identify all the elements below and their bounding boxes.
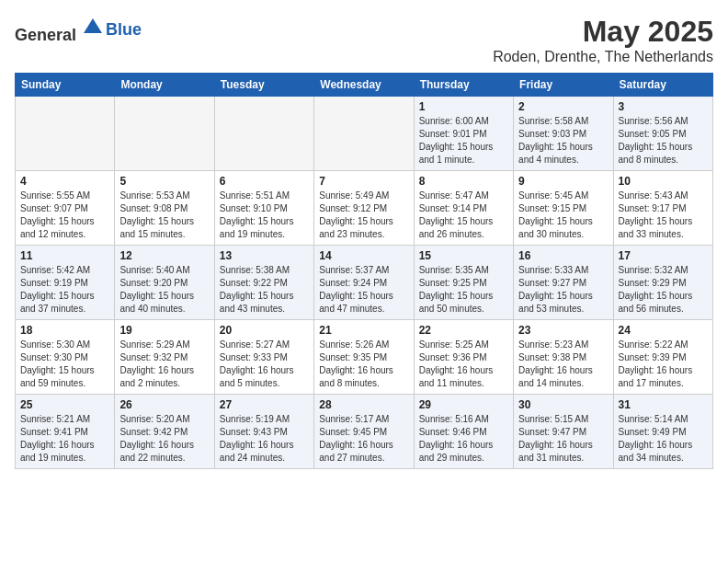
calendar-cell: 25Sunrise: 5:21 AM Sunset: 9:41 PM Dayli… xyxy=(16,395,115,469)
day-info: Sunrise: 5:56 AM Sunset: 9:05 PM Dayligh… xyxy=(619,115,708,167)
calendar-cell: 29Sunrise: 5:16 AM Sunset: 9:46 PM Dayli… xyxy=(414,395,513,469)
day-number: 19 xyxy=(119,324,209,337)
day-info: Sunrise: 5:29 AM Sunset: 9:32 PM Dayligh… xyxy=(119,339,209,390)
weekday-header-monday: Monday xyxy=(115,74,214,97)
calendar-body: 1Sunrise: 6:00 AM Sunset: 9:01 PM Daylig… xyxy=(16,97,713,469)
day-number: 13 xyxy=(220,249,309,262)
day-number: 30 xyxy=(518,398,608,411)
calendar-cell: 14Sunrise: 5:37 AM Sunset: 9:24 PM Dayli… xyxy=(314,246,414,320)
day-number: 2 xyxy=(518,100,608,113)
calendar-cell xyxy=(314,97,414,171)
calendar-cell: 21Sunrise: 5:26 AM Sunset: 9:35 PM Dayli… xyxy=(314,320,414,395)
weekday-header-saturday: Saturday xyxy=(613,74,712,97)
day-info: Sunrise: 5:14 AM Sunset: 9:49 PM Dayligh… xyxy=(619,413,708,465)
calendar-cell xyxy=(115,97,214,171)
calendar-cell: 20Sunrise: 5:27 AM Sunset: 9:33 PM Dayli… xyxy=(214,320,313,395)
day-info: Sunrise: 5:23 AM Sunset: 9:38 PM Dayligh… xyxy=(518,339,608,390)
calendar-cell: 3Sunrise: 5:56 AM Sunset: 9:05 PM Daylig… xyxy=(613,97,712,171)
calendar-cell: 1Sunrise: 6:00 AM Sunset: 9:01 PM Daylig… xyxy=(414,97,513,171)
day-number: 22 xyxy=(419,324,508,337)
logo-general-text: General xyxy=(15,26,76,44)
day-number: 9 xyxy=(518,175,608,188)
calendar-cell: 9Sunrise: 5:45 AM Sunset: 9:15 PM Daylig… xyxy=(514,171,613,246)
day-number: 8 xyxy=(419,175,508,188)
calendar-cell: 8Sunrise: 5:47 AM Sunset: 9:14 PM Daylig… xyxy=(414,171,513,246)
day-number: 20 xyxy=(220,324,309,337)
day-number: 28 xyxy=(319,398,408,411)
day-number: 18 xyxy=(20,324,109,337)
day-info: Sunrise: 5:25 AM Sunset: 9:36 PM Dayligh… xyxy=(419,339,508,390)
calendar-week-2: 4Sunrise: 5:55 AM Sunset: 9:07 PM Daylig… xyxy=(16,171,713,246)
day-number: 26 xyxy=(119,398,209,411)
day-info: Sunrise: 5:32 AM Sunset: 9:29 PM Dayligh… xyxy=(619,264,708,316)
calendar-cell: 11Sunrise: 5:42 AM Sunset: 9:19 PM Dayli… xyxy=(16,246,115,320)
calendar-week-4: 18Sunrise: 5:30 AM Sunset: 9:30 PM Dayli… xyxy=(16,320,713,395)
day-number: 12 xyxy=(119,249,209,262)
day-number: 23 xyxy=(518,324,608,337)
day-info: Sunrise: 5:17 AM Sunset: 9:45 PM Dayligh… xyxy=(319,413,408,465)
day-info: Sunrise: 5:37 AM Sunset: 9:24 PM Dayligh… xyxy=(319,264,408,316)
day-info: Sunrise: 5:15 AM Sunset: 9:47 PM Dayligh… xyxy=(518,413,608,465)
day-number: 31 xyxy=(619,398,708,411)
day-info: Sunrise: 5:33 AM Sunset: 9:27 PM Dayligh… xyxy=(518,264,608,316)
day-info: Sunrise: 5:19 AM Sunset: 9:43 PM Dayligh… xyxy=(220,413,309,465)
day-info: Sunrise: 5:43 AM Sunset: 9:17 PM Dayligh… xyxy=(619,190,708,241)
day-number: 11 xyxy=(20,249,109,262)
page-header: General Blue May 2025 Roden, Drenthe, Th… xyxy=(15,15,713,65)
day-number: 15 xyxy=(419,249,508,262)
day-number: 29 xyxy=(419,398,508,411)
calendar-cell: 13Sunrise: 5:38 AM Sunset: 9:22 PM Dayli… xyxy=(214,246,313,320)
calendar-table: SundayMondayTuesdayWednesdayThursdayFrid… xyxy=(15,73,713,469)
day-info: Sunrise: 5:42 AM Sunset: 9:19 PM Dayligh… xyxy=(20,264,109,316)
day-number: 7 xyxy=(319,175,408,188)
day-info: Sunrise: 5:49 AM Sunset: 9:12 PM Dayligh… xyxy=(319,190,408,241)
day-info: Sunrise: 5:16 AM Sunset: 9:46 PM Dayligh… xyxy=(419,413,508,465)
month-title: May 2025 xyxy=(493,15,713,49)
calendar-cell: 19Sunrise: 5:29 AM Sunset: 9:32 PM Dayli… xyxy=(115,320,214,395)
weekday-header-wednesday: Wednesday xyxy=(314,74,414,97)
day-number: 17 xyxy=(619,249,708,262)
day-info: Sunrise: 5:27 AM Sunset: 9:33 PM Dayligh… xyxy=(220,339,309,390)
calendar-cell: 5Sunrise: 5:53 AM Sunset: 9:08 PM Daylig… xyxy=(115,171,214,246)
day-number: 21 xyxy=(319,324,408,337)
calendar-week-5: 25Sunrise: 5:21 AM Sunset: 9:41 PM Dayli… xyxy=(16,395,713,469)
day-info: Sunrise: 5:58 AM Sunset: 9:03 PM Dayligh… xyxy=(518,115,608,167)
title-block: May 2025 Roden, Drenthe, The Netherlands xyxy=(493,15,713,65)
calendar-cell xyxy=(16,97,115,171)
day-info: Sunrise: 5:22 AM Sunset: 9:39 PM Dayligh… xyxy=(619,339,708,390)
logo-icon xyxy=(80,15,106,40)
calendar-cell: 23Sunrise: 5:23 AM Sunset: 9:38 PM Dayli… xyxy=(514,320,613,395)
calendar-cell: 4Sunrise: 5:55 AM Sunset: 9:07 PM Daylig… xyxy=(16,171,115,246)
logo-blue-text: Blue xyxy=(106,20,142,39)
calendar-cell: 10Sunrise: 5:43 AM Sunset: 9:17 PM Dayli… xyxy=(613,171,712,246)
day-number: 24 xyxy=(619,324,708,337)
day-number: 27 xyxy=(220,398,309,411)
calendar-cell: 15Sunrise: 5:35 AM Sunset: 9:25 PM Dayli… xyxy=(414,246,513,320)
weekday-header-sunday: Sunday xyxy=(16,74,115,97)
calendar-cell: 26Sunrise: 5:20 AM Sunset: 9:42 PM Dayli… xyxy=(115,395,214,469)
calendar-cell: 22Sunrise: 5:25 AM Sunset: 9:36 PM Dayli… xyxy=(414,320,513,395)
calendar-header: SundayMondayTuesdayWednesdayThursdayFrid… xyxy=(16,74,713,97)
calendar-cell: 24Sunrise: 5:22 AM Sunset: 9:39 PM Dayli… xyxy=(613,320,712,395)
day-info: Sunrise: 5:20 AM Sunset: 9:42 PM Dayligh… xyxy=(119,413,209,465)
calendar-week-3: 11Sunrise: 5:42 AM Sunset: 9:19 PM Dayli… xyxy=(16,246,713,320)
day-number: 14 xyxy=(319,249,408,262)
day-info: Sunrise: 5:38 AM Sunset: 9:22 PM Dayligh… xyxy=(220,264,309,316)
weekday-header-tuesday: Tuesday xyxy=(214,74,313,97)
calendar-cell: 18Sunrise: 5:30 AM Sunset: 9:30 PM Dayli… xyxy=(16,320,115,395)
day-info: Sunrise: 5:45 AM Sunset: 9:15 PM Dayligh… xyxy=(518,190,608,241)
day-number: 6 xyxy=(220,175,309,188)
day-number: 16 xyxy=(518,249,608,262)
day-number: 25 xyxy=(20,398,109,411)
day-info: Sunrise: 5:35 AM Sunset: 9:25 PM Dayligh… xyxy=(419,264,508,316)
day-number: 1 xyxy=(419,100,508,113)
calendar-cell: 30Sunrise: 5:15 AM Sunset: 9:47 PM Dayli… xyxy=(514,395,613,469)
weekday-header-thursday: Thursday xyxy=(414,74,513,97)
day-number: 3 xyxy=(619,100,708,113)
calendar-cell: 2Sunrise: 5:58 AM Sunset: 9:03 PM Daylig… xyxy=(514,97,613,171)
day-info: Sunrise: 5:26 AM Sunset: 9:35 PM Dayligh… xyxy=(319,339,408,390)
day-number: 5 xyxy=(119,175,209,188)
calendar-cell: 31Sunrise: 5:14 AM Sunset: 9:49 PM Dayli… xyxy=(613,395,712,469)
calendar-cell xyxy=(214,97,313,171)
day-info: Sunrise: 6:00 AM Sunset: 9:01 PM Dayligh… xyxy=(419,115,508,167)
